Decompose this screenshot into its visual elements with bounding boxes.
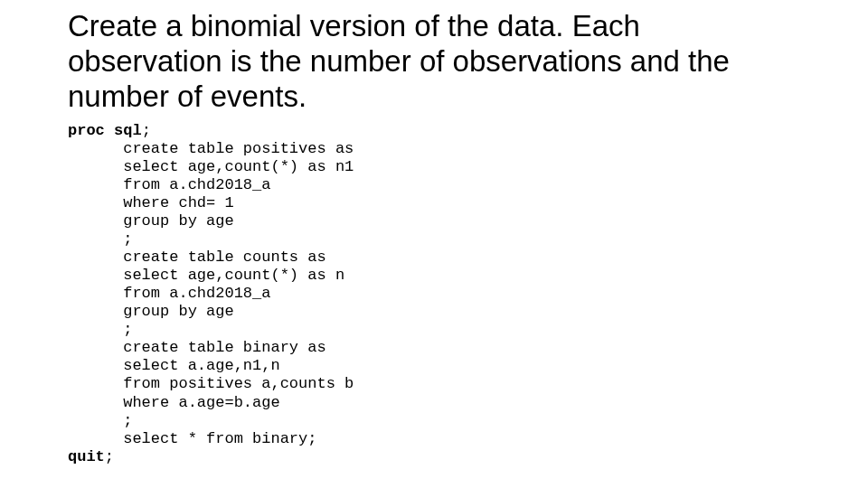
id-binary: binary; [252, 430, 316, 447]
expr: positives a,counts b [169, 375, 354, 392]
kw-where: where [123, 194, 169, 211]
kw-create: create [123, 140, 178, 157]
kw-group: group [123, 212, 169, 230]
id-n: n [335, 267, 344, 284]
punct: ; [123, 230, 132, 248]
kw-where: where [123, 394, 169, 411]
star: * [188, 430, 197, 447]
kw-as: as [307, 249, 326, 266]
id-src: a.chd2018_a [169, 285, 270, 302]
kw-create: create [123, 339, 178, 356]
kw-table: table [188, 249, 234, 266]
kw-table: table [188, 339, 234, 356]
kw-select: select [123, 267, 178, 284]
num: 1 [224, 194, 233, 211]
kw-by: by [178, 212, 196, 230]
id-positives: positives [243, 140, 326, 157]
expr: chd= [178, 194, 215, 211]
kw-select: select [123, 430, 178, 447]
id-age: age [206, 303, 234, 320]
expr: a.age,n1,n [188, 357, 280, 374]
id-src: a.chd2018_a [169, 176, 270, 193]
id-age: age [206, 212, 234, 230]
kw-as: as [335, 140, 354, 157]
kw-as: as [307, 267, 326, 284]
kw-create: create [123, 249, 178, 266]
punct: ; [123, 412, 132, 429]
kw-by: by [178, 303, 196, 320]
expr: a.age=b.age [178, 394, 279, 411]
punct: ; [142, 122, 151, 139]
expr: age,count(*) [188, 267, 298, 284]
kw-group: group [123, 303, 169, 320]
kw-quit: quit [68, 448, 105, 465]
kw-as: as [307, 158, 326, 175]
kw-proc: proc [68, 122, 105, 139]
kw-from: from [123, 375, 160, 392]
id-n1: n1 [335, 158, 354, 175]
expr: age,count(*) [188, 158, 298, 175]
kw-sql: sql [114, 122, 142, 139]
id-counts: counts [243, 249, 298, 266]
id-binary: binary [243, 339, 298, 356]
kw-table: table [188, 140, 234, 157]
kw-as: as [307, 339, 326, 356]
slide-title: Create a binomial version of the data. E… [68, 9, 800, 115]
punct: ; [105, 448, 114, 465]
code-block: proc sql; create table positives as sele… [68, 122, 800, 466]
kw-select: select [123, 158, 178, 175]
kw-from: from [123, 285, 160, 302]
kw-select: select [123, 357, 178, 374]
punct: ; [123, 321, 132, 338]
kw-from: from [123, 176, 160, 193]
kw-from: from [206, 430, 243, 447]
